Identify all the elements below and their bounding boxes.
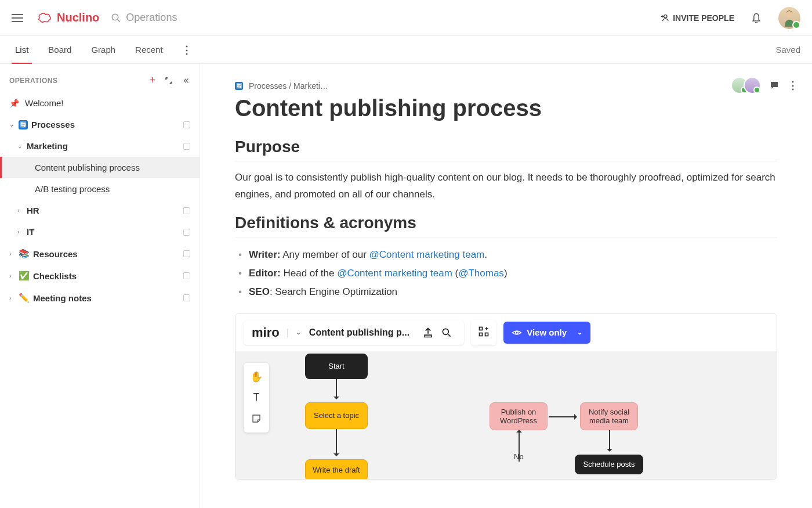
miro-apps-icon[interactable]: [471, 320, 496, 345]
miro-canvas[interactable]: ✋ T Start Select a topic Write the draft…: [235, 351, 777, 479]
tab-more-icon[interactable]: ⋮: [179, 44, 195, 56]
miro-node-start[interactable]: Start: [305, 354, 368, 379]
more-icon[interactable]: ⋮: [788, 79, 798, 92]
notification-icon[interactable]: [751, 12, 762, 24]
miro-note-tool[interactable]: [246, 408, 267, 429]
chevron-right-icon: ›: [9, 273, 16, 279]
logo-text: Nuclino: [57, 11, 99, 24]
sidebar: OPERATIONS + 📌 Welcome! ⌄ 🔄 Processes ⌄ …: [0, 64, 200, 508]
books-icon: 📚: [19, 248, 30, 259]
tab-recent[interactable]: Recent: [132, 36, 166, 64]
sidebar-item-hr[interactable]: › HR: [0, 200, 200, 221]
user-avatar[interactable]: [778, 7, 800, 29]
sidebar-item-ab-testing[interactable]: A/B testing process: [0, 178, 200, 200]
definitions-list: Writer: Any member of our @Content marke…: [235, 246, 777, 302]
writer-text: Any member of our: [280, 249, 369, 260]
svg-rect-10: [485, 333, 488, 336]
mention-team[interactable]: @Content marketing team: [369, 249, 485, 260]
mention-team[interactable]: @Content marketing team: [337, 268, 452, 279]
svg-point-13: [516, 331, 519, 334]
breadcrumb[interactable]: 🔄 Processes / Marketi…: [235, 81, 777, 91]
miro-hand-tool[interactable]: ✋: [246, 366, 267, 387]
miro-text-tool[interactable]: T: [246, 387, 267, 408]
add-item-button[interactable]: +: [149, 74, 155, 87]
miro-viewonly-button[interactable]: View only ⌄: [503, 322, 590, 344]
arrow-icon: [609, 430, 610, 451]
invite-icon: [660, 13, 669, 23]
miro-dropdown-icon[interactable]: ⌄: [296, 329, 301, 336]
logo[interactable]: Nuclino: [36, 11, 99, 25]
search-icon: [111, 13, 121, 23]
svg-rect-8: [480, 327, 483, 330]
doc-icon: [183, 294, 190, 301]
seo-label: SEO: [249, 286, 270, 297]
expand-icon[interactable]: [165, 77, 173, 85]
sidebar-item-processes[interactable]: ⌄ 🔄 Processes: [0, 114, 200, 135]
arrow-icon: [336, 379, 337, 399]
sidebar-item-meeting-notes[interactable]: › ✏️ Meeting notes: [0, 287, 200, 309]
saved-status: Saved: [775, 45, 800, 55]
miro-node-wp[interactable]: Publish on WordPress: [490, 402, 548, 430]
invite-label: INVITE PEOPLE: [673, 13, 734, 23]
sidebar-item-checklists[interactable]: › ✅ Checklists: [0, 265, 200, 287]
miro-label-no: No: [514, 452, 524, 461]
list-item: Writer: Any member of our @Content marke…: [235, 246, 777, 264]
invite-people-button[interactable]: INVITE PEOPLE: [660, 13, 734, 23]
chevron-right-icon: ›: [17, 207, 24, 214]
sidebar-item-resources[interactable]: › 📚 Resources: [0, 243, 200, 265]
tab-list[interactable]: List: [12, 36, 32, 64]
collaborator-avatars[interactable]: [731, 77, 761, 94]
miro-node-schedule[interactable]: Schedule posts: [575, 455, 643, 474]
chevron-down-icon: ⌄: [17, 143, 24, 149]
check-icon: ✅: [19, 271, 30, 281]
doc-icon: [183, 250, 190, 257]
chevron-right-icon: ›: [9, 251, 16, 257]
main: OPERATIONS + 📌 Welcome! ⌄ 🔄 Processes ⌄ …: [0, 64, 812, 508]
content-header-controls: ⋮: [731, 77, 798, 94]
pencil-icon: ✏️: [19, 293, 30, 303]
sidebar-controls: +: [149, 74, 190, 87]
miro-board-title[interactable]: Content publishing p...: [309, 327, 409, 338]
svg-point-0: [113, 14, 119, 20]
recycle-icon: 🔄: [19, 120, 28, 129]
list-item: SEO: Search Engine Optimization: [235, 283, 777, 301]
miro-header-card: miro | ⌄ Content publishing p...: [244, 320, 464, 345]
paren-open: (: [452, 268, 458, 279]
seo-text: : Search Engine Optimization: [270, 286, 397, 297]
sidebar-item-label: IT: [27, 227, 179, 237]
editor-text: Head of the: [281, 268, 337, 279]
sidebar-item-marketing[interactable]: ⌄ Marketing: [0, 135, 200, 157]
header-right: INVITE PEOPLE: [660, 7, 800, 29]
comment-icon[interactable]: [769, 80, 780, 91]
collapse-icon[interactable]: [182, 77, 190, 85]
sidebar-item-welcome[interactable]: 📌 Welcome!: [0, 92, 200, 114]
doc-icon: [183, 207, 190, 214]
collaborator-avatar[interactable]: [744, 77, 761, 94]
miro-node-topic[interactable]: Select a topic: [305, 402, 368, 429]
sidebar-item-label: Checklists: [33, 271, 179, 281]
section-definitions: Definitions & acronyms: [235, 214, 777, 237]
sidebar-item-it[interactable]: › IT: [0, 221, 200, 243]
view-tabs: List Board Graph Recent ⋮ Saved: [0, 36, 812, 64]
menu-icon[interactable]: [12, 11, 26, 25]
miro-logo[interactable]: miro: [252, 325, 280, 340]
pin-icon: 📌: [9, 99, 19, 108]
chevron-down-icon: ⌄: [577, 329, 582, 336]
tab-graph[interactable]: Graph: [88, 36, 119, 64]
miro-node-draft[interactable]: Write the draft: [305, 459, 368, 480]
search[interactable]: Operations: [111, 12, 660, 24]
page-title: Content publishing process: [235, 95, 777, 121]
mention-thomas[interactable]: @Thomas: [458, 268, 504, 279]
tab-board[interactable]: Board: [45, 36, 75, 64]
svg-rect-9: [480, 333, 483, 336]
search-icon[interactable]: [441, 327, 452, 338]
list-item: Editor: Head of the @Content marketing t…: [235, 264, 777, 283]
avatar-face-icon: [782, 9, 796, 27]
miro-node-notify[interactable]: Notify social media team: [580, 402, 638, 430]
recycle-icon: 🔄: [235, 82, 243, 90]
upload-icon[interactable]: [422, 327, 434, 338]
sidebar-title: OPERATIONS: [9, 77, 57, 85]
sidebar-item-content-publishing[interactable]: Content publishing process: [0, 157, 200, 178]
doc-icon: [183, 272, 190, 279]
app-header: Nuclino Operations INVITE PEOPLE: [0, 0, 812, 36]
